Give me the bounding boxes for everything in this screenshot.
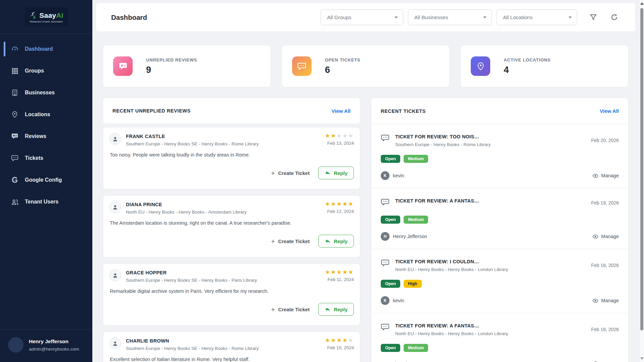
gauge-icon (11, 45, 19, 53)
map-pin-icon (471, 56, 490, 76)
reply-button[interactable]: Reply (318, 303, 354, 316)
assignee-name: Henry Jefferson (393, 234, 427, 239)
ticket-assignee: K kevin (381, 171, 404, 180)
scrollbar-down-arrow[interactable] (640, 357, 644, 360)
sidebar-item-google-config[interactable]: G Google Config (3, 172, 89, 188)
person-avatar-icon (109, 133, 121, 145)
groups-filter-select[interactable]: All Groups (321, 9, 403, 25)
ticket-assignee: H Henry Jefferson (381, 232, 427, 241)
plus-icon: + (271, 170, 275, 177)
assignee-name: kevin (393, 173, 404, 178)
reply-button[interactable]: Reply (318, 235, 354, 247)
create-ticket-button[interactable]: + Create Ticket (271, 238, 310, 245)
chat-bubble-dots-icon (11, 154, 19, 162)
review-bubble-star-icon (113, 56, 133, 76)
ticket-date: Feb 18, 2026 (591, 327, 619, 332)
ticket-title: TICKET FOR REVIEW: A FANTAS… (395, 198, 586, 203)
review-bubble-star-icon (11, 132, 19, 140)
priority-badge: High (404, 280, 422, 288)
scrollbar-up-arrow[interactable] (640, 2, 644, 5)
recent-reviews-panel: RECENT UNREPLIED REVIEWS View All FRANK … (103, 98, 360, 362)
ticket-row: TICKET FOR REVIEW: I COULDN… North EU - … (371, 249, 628, 313)
eye-icon (592, 298, 599, 304)
star-rating: ★★★★★ (325, 201, 354, 207)
sidebar-item-label: Dashboard (25, 46, 53, 52)
status-badge: Open (381, 155, 400, 163)
chevron-down-icon (568, 16, 572, 18)
sidebar-item-locations[interactable]: Locations (3, 107, 89, 122)
reviews-view-all-link[interactable]: View All (331, 108, 351, 114)
stat-value: 9 (146, 65, 197, 75)
users-icon (11, 198, 19, 206)
review-text: The Amsterdam location is stunning, righ… (110, 220, 354, 226)
star-rating: ★★★★★ (325, 337, 354, 343)
sidebar-item-businesses[interactable]: Businesses (3, 85, 89, 100)
manage-button[interactable]: Manage (592, 173, 619, 179)
sidebar-item-tenant-users[interactable]: Tenant Users (3, 194, 89, 210)
stat-card-open-tickets: OPEN TICKETS 6 (282, 45, 450, 87)
sidebar-item-groups[interactable]: Groups (3, 63, 89, 79)
ticket-location: North EU - Henry Books - Henry Books - L… (395, 331, 586, 336)
review-date: Feb 10, 2024 (325, 345, 354, 350)
page-title: Dashboard (111, 13, 147, 21)
sidebar-item-label: Locations (25, 111, 50, 118)
create-ticket-button[interactable]: + Create Ticket (271, 170, 310, 177)
chat-bubble-dots-icon (292, 56, 312, 76)
manage-button[interactable]: Manage (592, 233, 619, 240)
ticket-date: Feb 18, 2026 (591, 263, 619, 268)
app-logo: SaayAI Restaurant Growth, Automated (25, 7, 68, 26)
assignee-avatar: K (381, 171, 389, 180)
eye-icon (592, 173, 599, 179)
create-ticket-button[interactable]: + Create Ticket (271, 306, 310, 313)
filter-funnel-button[interactable] (589, 13, 597, 21)
review-location: Southern Europe - Henry Books SE - Henry… (126, 278, 320, 283)
reviewer-name: DIANA PRINCE (126, 202, 320, 207)
sidebar: SaayAI Restaurant Growth, Automated Dash… (0, 0, 92, 362)
locations-filter-select[interactable]: All Locations (497, 9, 577, 25)
review-location: Southern Europe - Henry Books SE - Henry… (126, 346, 320, 351)
stat-card-active-locations: ACTIVE LOCATIONS 4 (460, 45, 629, 87)
page-header: Dashboard All Groups All Businesses All … (96, 3, 636, 32)
stat-card-unreplied-reviews: UNREPLIED REVIEWS 9 (103, 45, 271, 87)
ticket-location: North EU - Henry Books - Henry Books - L… (395, 267, 586, 272)
map-pin-icon (11, 110, 19, 119)
user-name: Henry Jefferson (29, 338, 79, 345)
sidebar-item-reviews[interactable]: Reviews (3, 129, 89, 144)
stat-label: ACTIVE LOCATIONS (504, 57, 551, 62)
plus-icon: + (271, 238, 275, 245)
chat-bubble-dots-icon (381, 198, 389, 208)
refresh-button[interactable] (610, 13, 618, 21)
sidebar-user-profile[interactable]: Henry Jefferson admin@henrybooks.com (0, 329, 92, 362)
ticket-row: TICKET FOR REVIEW: TOO NOIS… Southern Eu… (371, 124, 628, 188)
businesses-filter-select[interactable]: All Businesses (408, 9, 492, 25)
user-email: admin@henrybooks.com (29, 347, 79, 352)
page-scrollbar (639, 0, 644, 362)
locations-filter-value: All Locations (503, 14, 533, 20)
sidebar-item-dashboard[interactable]: Dashboard (3, 41, 89, 57)
building-icon (11, 89, 19, 97)
sidebar-item-tickets[interactable]: Tickets (3, 150, 89, 166)
status-badge: Open (381, 280, 400, 288)
reviews-panel-header: RECENT UNREPLIED REVIEWS View All (103, 98, 360, 124)
chat-bubble-dots-icon (381, 323, 389, 333)
reply-button[interactable]: Reply (318, 167, 354, 179)
businesses-filter-value: All Businesses (414, 14, 448, 20)
chevron-down-icon (483, 16, 487, 18)
tickets-panel-header: RECENT TICKETS View All (371, 98, 628, 124)
assignee-avatar: K (381, 296, 389, 305)
brand-name: Saay (39, 11, 56, 19)
scrollbar-thumb[interactable] (640, 8, 643, 330)
stat-label: OPEN TICKETS (325, 57, 361, 62)
stat-label: UNREPLIED REVIEWS (146, 57, 197, 62)
tickets-view-all-link[interactable]: View All (600, 108, 619, 114)
review-card: GRACE HOPPER Southern Europe - Henry Boo… (103, 263, 360, 326)
ticket-date: Feb 19, 2026 (591, 200, 619, 206)
ticket-location: Southern Europe - Henry Books - Rome Lib… (395, 142, 586, 147)
manage-button[interactable]: Manage (592, 298, 619, 304)
logo-icon (29, 11, 38, 20)
manage-button[interactable]: Manage (592, 360, 619, 362)
sidebar-item-label: Google Config (25, 177, 62, 183)
review-text: Remarkable digital archive system in Par… (110, 288, 354, 294)
ticket-row: TICKET FOR REVIEW: A FANTAS… Feb 19, 202… (371, 188, 628, 249)
review-text: Excellent selection of Italian literatur… (110, 357, 354, 362)
